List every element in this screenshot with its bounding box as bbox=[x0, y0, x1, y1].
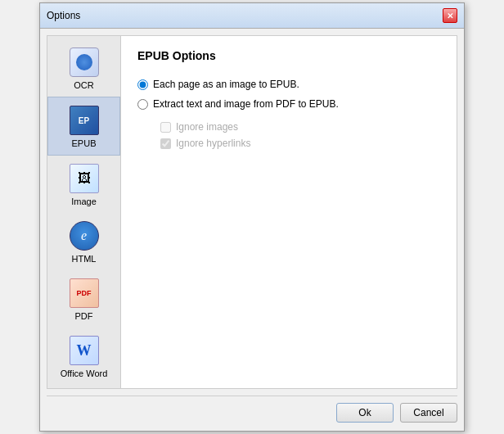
radio-extract-text[interactable] bbox=[137, 99, 148, 110]
checkbox-label-ignore-hyperlinks: Ignore hyperlinks bbox=[176, 138, 250, 149]
sidebar-item-image[interactable]: Image bbox=[47, 156, 120, 213]
options-dialog: Options ✕ OCR EPUB bbox=[39, 2, 465, 432]
sidebar-item-pdf[interactable]: PDF bbox=[47, 270, 120, 328]
sidebar-item-word[interactable]: Office Word bbox=[47, 328, 120, 385]
sidebar-label-pdf: PDF bbox=[75, 311, 93, 321]
epub-icon bbox=[70, 106, 99, 135]
ocr-icon bbox=[70, 47, 99, 77]
dialog-title: Options bbox=[47, 10, 80, 21]
radio-label-page-as-image: Each page as an image to EPUB. bbox=[153, 79, 299, 90]
checkbox-group: Ignore images Ignore hyperlinks bbox=[160, 121, 440, 149]
dialog-footer: Ok Cancel bbox=[47, 396, 457, 424]
sidebar-label-ocr: OCR bbox=[74, 80, 93, 90]
radio-page-as-image[interactable] bbox=[137, 79, 148, 90]
cancel-button[interactable]: Cancel bbox=[400, 403, 457, 423]
checkbox-ignore-hyperlinks[interactable] bbox=[160, 138, 171, 149]
sidebar-item-html[interactable]: HTML bbox=[47, 213, 120, 270]
checkbox-label-ignore-images: Ignore images bbox=[176, 121, 238, 133]
sidebar-item-ocr[interactable]: OCR bbox=[47, 39, 120, 97]
dialog-body: OCR EPUB Image bbox=[40, 29, 464, 431]
radio-label-extract-text: Extract text and image from PDF to EPUB. bbox=[153, 98, 339, 110]
sidebar-label-html: HTML bbox=[72, 254, 97, 264]
image-icon bbox=[70, 164, 99, 193]
panel-title: EPUB Options bbox=[137, 49, 440, 66]
radio-row-page-as-image: Each page as an image to EPUB. bbox=[137, 79, 440, 90]
sidebar-label-image: Image bbox=[71, 197, 97, 206]
title-bar: Options ✕ bbox=[40, 3, 464, 29]
pdf-icon bbox=[70, 278, 99, 308]
epub-options-group: Each page as an image to EPUB. Extract t… bbox=[137, 79, 440, 149]
html-icon bbox=[70, 221, 99, 251]
content-panel: EPUB Options Each page as an image to EP… bbox=[121, 36, 457, 388]
sidebar-label-epub: EPUB bbox=[72, 138, 97, 148]
word-icon bbox=[70, 336, 99, 365]
main-content: OCR EPUB Image bbox=[47, 35, 457, 389]
radio-row-extract-text: Extract text and image from PDF to EPUB. bbox=[137, 98, 440, 110]
ok-button[interactable]: Ok bbox=[336, 403, 394, 423]
close-button[interactable]: ✕ bbox=[443, 8, 457, 23]
checkbox-row-ignore-images: Ignore images bbox=[160, 121, 440, 133]
checkbox-row-ignore-hyperlinks: Ignore hyperlinks bbox=[160, 138, 440, 149]
sidebar-label-word: Office Word bbox=[61, 368, 108, 378]
sidebar: OCR EPUB Image bbox=[47, 36, 121, 388]
sidebar-item-epub[interactable]: EPUB bbox=[47, 97, 120, 156]
checkbox-ignore-images[interactable] bbox=[160, 122, 171, 133]
